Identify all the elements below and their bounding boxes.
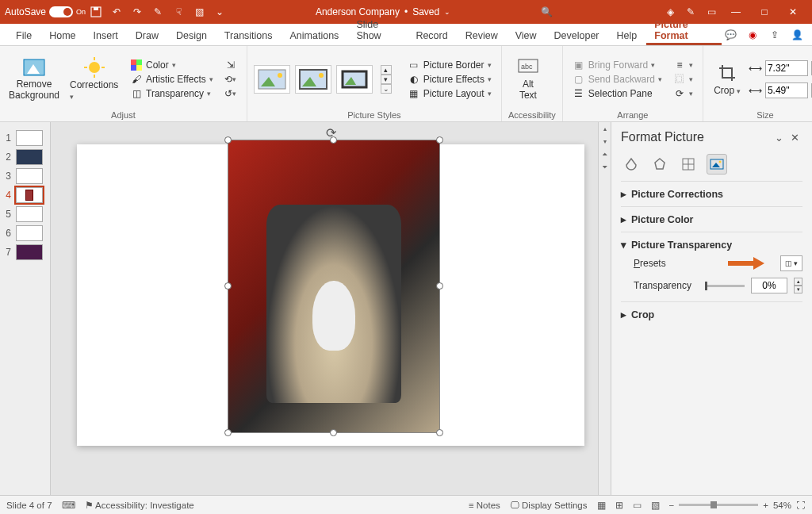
view-reading-icon[interactable]: ▭ bbox=[633, 500, 642, 511]
remove-background-button[interactable]: Remove Background bbox=[6, 54, 62, 105]
coming-soon-icon[interactable]: ✎ bbox=[684, 5, 698, 19]
width-input[interactable] bbox=[765, 82, 808, 98]
zoom-slider[interactable] bbox=[679, 504, 758, 506]
alt-text-button[interactable]: abc Alt Text bbox=[508, 54, 548, 105]
canvas-area[interactable]: ⟳ ▴ ▾ ⏶ ⏷ bbox=[51, 122, 611, 495]
compress-button[interactable]: ⇲ bbox=[221, 58, 240, 72]
gallery-up-icon[interactable]: ▴ bbox=[381, 65, 392, 75]
bring-forward-button[interactable]: ▣Bring Forward bbox=[569, 58, 665, 72]
resize-handle-se[interactable] bbox=[436, 429, 443, 436]
slide-counter[interactable]: Slide 4 of 7 bbox=[6, 501, 52, 510]
transp-down-icon[interactable]: ▾ bbox=[794, 286, 802, 293]
pane-options-icon[interactable]: ⌄ bbox=[771, 132, 787, 144]
size-tab-icon[interactable] bbox=[678, 154, 699, 175]
undo-icon[interactable]: ↶ bbox=[109, 5, 124, 19]
tab-help[interactable]: Help bbox=[609, 25, 645, 45]
qat-overflow-icon[interactable]: ⌄ bbox=[213, 5, 227, 19]
section-transparency[interactable]: ▾Picture Transparency bbox=[621, 237, 802, 252]
reset-picture-button[interactable]: ↺ bbox=[221, 86, 240, 101]
send-backward-button[interactable]: ▢Send Backward bbox=[569, 72, 665, 86]
align-button[interactable]: ≡ bbox=[670, 58, 696, 72]
comments-icon[interactable]: 💬 bbox=[723, 28, 737, 42]
resize-handle-nw[interactable] bbox=[224, 136, 232, 144]
tab-draw[interactable]: Draw bbox=[128, 25, 167, 45]
style-preset-1[interactable] bbox=[254, 65, 290, 94]
picture-border-button[interactable]: ▭Picture Border bbox=[404, 58, 495, 72]
language-icon[interactable]: ⌨ bbox=[62, 500, 75, 511]
section-crop[interactable]: ▸Crop bbox=[621, 307, 802, 322]
tab-design[interactable]: Design bbox=[168, 25, 215, 45]
share-icon[interactable]: ⇪ bbox=[768, 28, 782, 42]
scroll-down-icon[interactable]: ▾ bbox=[599, 135, 611, 148]
transp-up-icon[interactable]: ▴ bbox=[794, 278, 802, 286]
gallery-down-icon[interactable]: ▾ bbox=[381, 75, 392, 84]
height-input[interactable] bbox=[765, 60, 808, 76]
scroll-up-icon[interactable]: ▴ bbox=[599, 122, 611, 135]
tab-transitions[interactable]: Transitions bbox=[216, 25, 281, 45]
view-slideshow-icon[interactable]: ▧ bbox=[651, 500, 660, 511]
prev-slide-icon[interactable]: ⏶ bbox=[599, 148, 611, 160]
thumb-7[interactable]: 7 bbox=[3, 244, 47, 260]
vertical-scrollbar[interactable]: ▴ ▾ ⏶ ⏷ bbox=[598, 122, 611, 495]
touch-icon[interactable]: ☟ bbox=[171, 5, 186, 19]
selected-picture[interactable] bbox=[228, 140, 440, 433]
redo-icon[interactable]: ↷ bbox=[130, 5, 144, 19]
display-settings-button[interactable]: 🖵 Display Settings bbox=[510, 501, 588, 510]
tab-developer[interactable]: Developer bbox=[546, 25, 607, 45]
save-icon[interactable] bbox=[89, 5, 103, 19]
record-small-icon[interactable]: ◉ bbox=[745, 28, 760, 42]
resize-handle-s[interactable] bbox=[330, 429, 337, 436]
slide-canvas[interactable] bbox=[77, 144, 584, 446]
resize-handle-n[interactable] bbox=[330, 136, 337, 144]
resize-handle-sw[interactable] bbox=[224, 429, 232, 436]
picture-effects-button[interactable]: ◐Picture Effects bbox=[404, 72, 495, 86]
tab-insert[interactable]: Insert bbox=[86, 25, 126, 45]
tab-view[interactable]: View bbox=[508, 25, 545, 45]
view-normal-icon[interactable]: ▦ bbox=[597, 500, 606, 511]
transparency-input[interactable] bbox=[751, 278, 787, 293]
thumb-3[interactable]: 3 bbox=[3, 168, 47, 184]
thumb-2[interactable]: 2 bbox=[3, 149, 47, 165]
tab-animations[interactable]: Animations bbox=[282, 25, 347, 45]
toggle-switch-icon[interactable] bbox=[49, 6, 73, 17]
draw-icon[interactable]: ✎ bbox=[151, 5, 165, 19]
ribbon-display-icon[interactable]: ▭ bbox=[704, 5, 718, 19]
style-preset-2[interactable] bbox=[295, 65, 331, 94]
pane-close-icon[interactable]: ✕ bbox=[787, 132, 802, 144]
artistic-effects-button[interactable]: 🖌Artistic Effects bbox=[127, 72, 216, 86]
change-picture-button[interactable]: ⟲ bbox=[221, 72, 240, 86]
maximize-button[interactable]: □ bbox=[750, 1, 779, 23]
thumb-6[interactable]: 6 bbox=[3, 225, 47, 241]
notes-button[interactable]: ≡ Notes bbox=[469, 501, 500, 510]
zoom-out-icon[interactable]: − bbox=[669, 501, 675, 510]
tab-file[interactable]: File bbox=[8, 25, 40, 45]
transparency-button[interactable]: ◫Transparency bbox=[127, 86, 216, 101]
view-sorter-icon[interactable]: ⊞ bbox=[615, 500, 623, 511]
account-icon[interactable]: 👤 bbox=[790, 28, 804, 42]
corrections-button[interactable]: Corrections bbox=[67, 54, 122, 105]
close-button[interactable]: ✕ bbox=[779, 1, 807, 23]
picture-layout-button[interactable]: ▦Picture Layout bbox=[404, 86, 495, 101]
thumb-1[interactable]: 1 bbox=[3, 130, 47, 146]
present-icon[interactable]: ▧ bbox=[192, 5, 206, 19]
tab-record[interactable]: Record bbox=[408, 25, 455, 45]
fit-to-window-icon[interactable]: ⛶ bbox=[796, 501, 806, 510]
presets-dropdown[interactable]: ◫ ▾ bbox=[780, 255, 802, 271]
tab-home[interactable]: Home bbox=[41, 25, 83, 45]
section-corrections[interactable]: ▸Picture Corrections bbox=[621, 186, 802, 201]
next-slide-icon[interactable]: ⏷ bbox=[599, 160, 611, 173]
zoom-value[interactable]: 54% bbox=[773, 501, 791, 510]
zoom-in-icon[interactable]: + bbox=[763, 501, 768, 510]
premium-icon[interactable]: ◈ bbox=[663, 5, 677, 19]
selection-pane-button[interactable]: ☰Selection Pane bbox=[569, 86, 665, 101]
resize-handle-w[interactable] bbox=[224, 282, 232, 290]
section-color[interactable]: ▸Picture Color bbox=[621, 212, 802, 227]
tab-slideshow[interactable]: Slide Show bbox=[348, 14, 406, 45]
style-preset-3[interactable] bbox=[336, 65, 373, 94]
rotate-button[interactable]: ⟳ bbox=[670, 86, 696, 101]
minimize-button[interactable]: — bbox=[722, 1, 750, 23]
transparency-slider[interactable] bbox=[705, 285, 745, 287]
thumb-4[interactable]: 4 bbox=[3, 187, 47, 203]
gallery-more-icon[interactable]: ⌄ bbox=[381, 84, 392, 94]
fill-tab-icon[interactable] bbox=[621, 154, 642, 175]
